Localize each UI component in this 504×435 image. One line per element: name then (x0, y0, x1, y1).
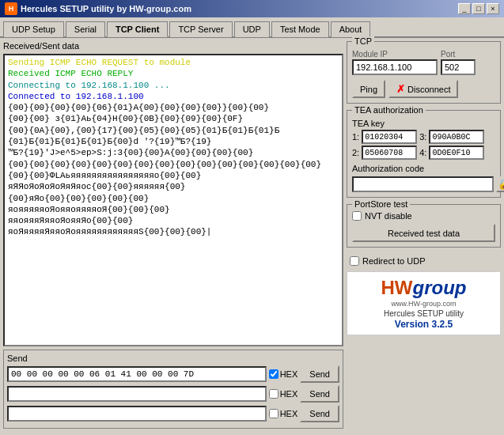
log-line: яоЯяяяяЯяяоЯояяяяяяяяяяяяS{00}{00}{00}| (8, 226, 339, 237)
log-line: Connected to 192.168.1.100 (8, 91, 339, 102)
module-ip-input[interactable] (352, 59, 438, 75)
nvt-label: NVT disable (365, 211, 412, 221)
auth-code-label: Authorization code (352, 164, 495, 173)
hw-website: www.HW-group.com (392, 300, 457, 308)
log-line: яяояяяЯяяоЯояяЯо{00}{00} (8, 215, 339, 226)
lock-icon[interactable]: 🔒 (496, 176, 504, 192)
log-line: {00}{00} з{01}Аь{04}H{00}{0B}{00}{09}{00… (8, 113, 339, 124)
send-row-2: HEX Send (7, 385, 339, 403)
log-label: Received/Sent data (3, 41, 343, 51)
tcp-group: TCP Module IP Port Ping ✗ Disconnect (347, 41, 501, 104)
window-title: Hercules SETUP utility by HW-group.com (21, 4, 191, 13)
port-group: Port (441, 50, 476, 75)
ping-button[interactable]: Ping (352, 80, 385, 98)
log-line: {00}{00}{00}{00}{00}{00}{00}{00}{00}{00}… (8, 159, 339, 170)
hw-logo: HWgroup (381, 277, 467, 299)
hw-version: Version 3.2.5 (395, 319, 453, 330)
nvt-row: NVT disable (352, 211, 495, 221)
hex-checkbox-3[interactable] (269, 409, 279, 418)
hex-checkbox-1[interactable] (269, 369, 279, 379)
tea-label-2: 2: (352, 148, 359, 157)
port-label: Port (441, 50, 476, 59)
tab-serial[interactable]: Serial (66, 21, 105, 37)
log-line: {00}{0A}{00},{00}{17}{00}{05}{00}{05}{01… (8, 125, 339, 136)
tcp-buttons: Ping ✗ Disconnect (352, 80, 495, 98)
portstore-group-title: PortStore test (352, 199, 410, 209)
tab-tcp-server[interactable]: TCP Server (169, 21, 232, 37)
hw-product: Hercules SETUP utility (384, 309, 464, 318)
module-ip-label: Module IP (352, 50, 438, 59)
tab-tcp-client[interactable]: TCP Client (107, 21, 168, 37)
send-input-2[interactable] (7, 386, 267, 402)
left-panel: Received/Sent data Sending ICMP ECHO REQ… (3, 41, 343, 429)
tea-input-2[interactable] (362, 146, 417, 160)
disconnect-button[interactable]: ✗ Disconnect (388, 80, 458, 98)
log-line: Received ICMP ECHO REPLY (8, 68, 339, 79)
tea-group: TEA authorization TEA key 1: 3: 2: 4: Au… (347, 110, 501, 198)
tab-bar: UDP Setup Serial TCP Client TCP Server U… (0, 17, 504, 38)
hw-logo-hw: HW (381, 277, 413, 298)
hw-logo-group: group (413, 277, 467, 298)
portstore-group: PortStore test NVT disable Received test… (347, 204, 501, 248)
log-line: яояяяяяоЯояяояяяяоЯ{00}{00}{00} (8, 204, 339, 215)
log-line: Sending ICMP ECHO REQUEST to module (8, 57, 339, 68)
log-line: {00}яЯо{00}{00}{00}{00}{00} (8, 193, 339, 204)
tea-input-4[interactable] (429, 146, 484, 160)
tea-group-title: TEA authorization (352, 105, 426, 115)
tea-label-1: 1: (352, 132, 359, 142)
app-icon: H (5, 2, 17, 15)
redirect-checkbox[interactable] (350, 256, 359, 266)
maximize-button[interactable]: □ (472, 3, 485, 14)
auth-code-input[interactable] (352, 176, 494, 192)
hex-checkbox-3-label: HEX (269, 409, 298, 418)
x-icon: ✗ (396, 83, 405, 95)
tea-row-1: 1: 3: (352, 130, 495, 144)
nvt-checkbox[interactable] (352, 211, 362, 221)
log-area: Sending ICMP ECHO REQUEST to module Rece… (3, 54, 343, 346)
tea-key-label: TEA key (352, 119, 495, 128)
redirect-label: Redirect to UDP (362, 256, 425, 266)
log-line: ™Б?{19}'J>e^5>eр>S:j:3{00}{00}А{00}{00}{… (8, 147, 339, 158)
minimize-button[interactable]: _ (458, 3, 471, 14)
redirect-row: Redirect to UDP (347, 254, 501, 268)
log-line: {01}Б{01}Б{01}Б{01}Б{00}d '?{19}™Б?{19} (8, 136, 339, 147)
send-input-1[interactable] (7, 366, 267, 382)
send-row-3: HEX Send (7, 405, 339, 422)
tcp-group-title: TCP (352, 36, 374, 46)
close-button[interactable]: × (487, 3, 499, 14)
tab-test-mode[interactable]: Test Mode (271, 21, 329, 37)
tea-row-2: 2: 4: (352, 146, 495, 160)
send-label: Send (7, 354, 339, 363)
tea-input-1[interactable] (362, 130, 417, 144)
port-input[interactable] (441, 59, 476, 75)
disconnect-label: Disconnect (407, 85, 450, 94)
log-line: {00}{00}{00}{00}{06}{01}A{00}{00}{00}{00… (8, 102, 339, 113)
tcp-fields: Module IP Port (352, 50, 495, 75)
right-panel: TCP Module IP Port Ping ✗ Disconnect (347, 41, 501, 429)
send-button-3[interactable]: Send (300, 405, 339, 422)
title-bar: H Hercules SETUP utility by HW-group.com… (0, 0, 504, 17)
log-line: {00}{00}ФLАьяяяяяяяяяяяяяяяяо{00}{00} (8, 170, 339, 181)
log-line: Connecting to 192.168.1.100 ... (8, 80, 339, 91)
hex-checkbox-1-label: HEX (269, 369, 298, 379)
tab-udp-setup[interactable]: UDP Setup (3, 21, 64, 37)
send-button-2[interactable]: Send (300, 385, 339, 403)
auth-code-row: 🔒 (352, 176, 495, 192)
auth-code-section: Authorization code 🔒 (352, 164, 495, 192)
tea-input-3[interactable] (429, 130, 484, 144)
tea-label-3: 3: (419, 132, 426, 142)
main-content: Received/Sent data Sending ICMP ECHO REQ… (0, 38, 504, 432)
received-test-button[interactable]: Received test data (352, 224, 495, 242)
log-line: яЯЯоЯоЯоЯоЯяЯяос{00}{00}яяяяяя{00} (8, 181, 339, 192)
tab-about[interactable]: About (331, 21, 371, 37)
tab-udp[interactable]: UDP (234, 21, 270, 37)
hex-checkbox-2[interactable] (269, 389, 279, 399)
send-section: Send HEX Send HEX Send HEX (3, 350, 343, 429)
hex-checkbox-2-label: HEX (269, 389, 298, 399)
window-controls: _ □ × (458, 3, 499, 14)
send-input-3[interactable] (7, 406, 267, 422)
hw-logo-box: HWgroup www.HW-group.com Hercules SETUP … (347, 271, 501, 335)
send-button-1[interactable]: Send (300, 365, 339, 383)
tea-label-4: 4: (419, 148, 426, 157)
send-row-1: HEX Send (7, 365, 339, 383)
